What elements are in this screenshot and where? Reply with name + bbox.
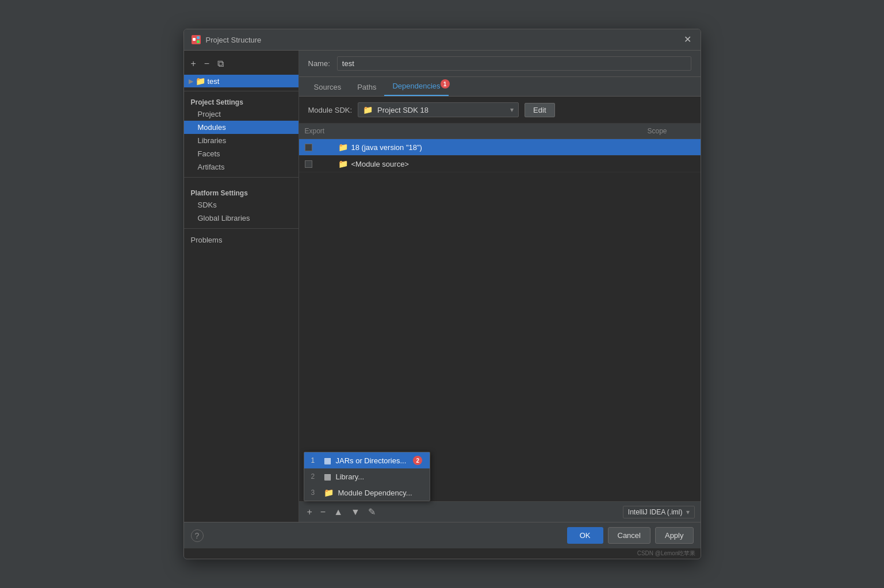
sdk-edit-button[interactable]: Edit bbox=[525, 103, 554, 117]
sidebar: + − ⧉ ▶ 📁 test Project Settings Project … bbox=[184, 51, 299, 522]
row-scope-jdk bbox=[643, 146, 701, 148]
row-name-module-src: 📁 <Module source> bbox=[334, 158, 643, 170]
title-bar: Project Structure ✕ bbox=[184, 29, 701, 51]
row-check-module-src bbox=[299, 159, 334, 169]
tab-paths[interactable]: Paths bbox=[349, 78, 384, 96]
window-title: Project Structure bbox=[206, 36, 262, 44]
main-panel: Name: Sources Paths Dependencies 1 bbox=[299, 51, 701, 522]
move-up-btn[interactable]: ▲ bbox=[331, 506, 345, 518]
table-row[interactable]: 📁 <Module source> bbox=[299, 156, 701, 172]
dep-actions: 1 ▦ JARs or Directories... 2 2 ▦ Library… bbox=[299, 501, 701, 522]
name-label: Name: bbox=[308, 59, 330, 68]
module-chevron-icon: ▶ bbox=[189, 78, 193, 85]
col-export: Export bbox=[299, 126, 334, 136]
divider-3 bbox=[184, 228, 299, 229]
sdk-dropdown-arrow: ▾ bbox=[510, 106, 514, 114]
tab-sources[interactable]: Sources bbox=[306, 78, 350, 96]
col-name bbox=[334, 126, 643, 136]
add-module-btn[interactable]: + bbox=[189, 57, 198, 70]
apply-button[interactable]: Apply bbox=[655, 527, 694, 544]
sidebar-item-global-libraries[interactable]: Global Libraries bbox=[184, 212, 299, 225]
copy-module-btn[interactable]: ⧉ bbox=[215, 57, 226, 70]
add-dep-btn[interactable]: + bbox=[305, 506, 315, 518]
project-structure-dialog: Project Structure ✕ + − ⧉ ▶ 📁 test Proje… bbox=[183, 29, 701, 559]
row-checkbox-module-src[interactable] bbox=[305, 160, 312, 168]
module-name: test bbox=[208, 77, 220, 86]
item-num-1: 1 bbox=[311, 456, 319, 464]
item-num-3: 3 bbox=[311, 489, 319, 497]
sidebar-item-libraries[interactable]: Libraries bbox=[184, 134, 299, 147]
sidebar-item-artifacts[interactable]: Artifacts bbox=[184, 160, 299, 174]
dropdown-item-jars[interactable]: 1 ▦ JARs or Directories... 2 bbox=[304, 452, 430, 468]
help-button[interactable]: ? bbox=[191, 529, 204, 542]
row-check-jdk bbox=[299, 143, 334, 152]
watermark: CSDN @Lemon吃苹果 bbox=[184, 548, 701, 559]
jdk-folder-icon: 📁 bbox=[338, 143, 348, 152]
format-dropdown[interactable]: IntelliJ IDEA (.iml) ▾ bbox=[623, 506, 695, 518]
name-input[interactable] bbox=[337, 56, 691, 71]
project-settings-header: Project Settings bbox=[184, 95, 299, 107]
module-folder-icon: 📁 bbox=[196, 76, 205, 86]
sidebar-item-sdks[interactable]: SDKs bbox=[184, 198, 299, 212]
move-down-btn[interactable]: ▼ bbox=[349, 506, 362, 518]
col-scope: Scope bbox=[643, 126, 701, 136]
module-tree-item-test[interactable]: ▶ 📁 test bbox=[184, 75, 299, 87]
format-dropdown-arrow: ▾ bbox=[686, 508, 690, 516]
row-checkbox-jdk[interactable] bbox=[305, 144, 312, 151]
sidebar-item-facets[interactable]: Facets bbox=[184, 147, 299, 160]
remove-module-btn[interactable]: − bbox=[202, 57, 212, 70]
sdk-folder-icon: 📁 bbox=[363, 105, 373, 114]
svg-rect-1 bbox=[193, 38, 196, 41]
jars-icon: ▦ bbox=[324, 456, 331, 465]
sidebar-item-modules[interactable]: Modules bbox=[184, 121, 299, 134]
cancel-button[interactable]: Cancel bbox=[608, 527, 650, 544]
tabs-row: Sources Paths Dependencies 1 bbox=[299, 77, 701, 97]
jdk-name: 18 (java version "18") bbox=[351, 143, 422, 152]
app-icon bbox=[191, 34, 201, 45]
add-dependency-dropdown: 1 ▦ JARs or Directories... 2 2 ▦ Library… bbox=[304, 452, 430, 501]
dependency-table: Export Scope 📁 18 (java version "18") bbox=[299, 124, 701, 501]
module-src-folder-icon: 📁 bbox=[338, 159, 348, 168]
module-dep-icon: 📁 bbox=[324, 488, 334, 497]
svg-rect-3 bbox=[197, 40, 200, 43]
module-src-name: <Module source> bbox=[351, 160, 409, 168]
tab-dependencies[interactable]: Dependencies 1 bbox=[384, 77, 448, 96]
bottom-buttons: OK Cancel Apply bbox=[567, 527, 694, 544]
name-row: Name: bbox=[299, 51, 701, 77]
item-num-2: 2 bbox=[311, 472, 319, 481]
jars-label: JARs or Directories... bbox=[336, 456, 407, 465]
sidebar-item-project[interactable]: Project bbox=[184, 107, 299, 121]
svg-rect-2 bbox=[197, 36, 200, 39]
close-button[interactable]: ✕ bbox=[682, 34, 694, 45]
content-area: + − ⧉ ▶ 📁 test Project Settings Project … bbox=[184, 51, 701, 522]
library-label: Library... bbox=[336, 472, 365, 481]
divider-1 bbox=[184, 91, 299, 91]
sdk-dropdown-text: Project SDK 18 bbox=[377, 106, 506, 114]
module-sdk-label: Module SDK: bbox=[308, 106, 353, 114]
table-row[interactable]: 📁 18 (java version "18") bbox=[299, 139, 701, 156]
sdk-row: Module SDK: 📁 Project SDK 18 ▾ Edit bbox=[299, 97, 701, 124]
edit-dep-btn[interactable]: ✎ bbox=[366, 505, 378, 518]
sidebar-item-problems[interactable]: Problems bbox=[184, 232, 299, 247]
dropdown-badge: 2 bbox=[413, 456, 422, 465]
bottom-bar: ? OK Cancel Apply bbox=[184, 522, 701, 548]
dependencies-badge: 1 bbox=[441, 79, 450, 89]
ok-button[interactable]: OK bbox=[567, 527, 603, 544]
dropdown-item-module-dep[interactable]: 3 📁 Module Dependency... bbox=[304, 485, 430, 501]
table-header: Export Scope bbox=[299, 124, 701, 139]
module-toolbar: + − ⧉ bbox=[184, 55, 299, 72]
divider-2 bbox=[184, 177, 299, 178]
remove-dep-btn[interactable]: − bbox=[318, 506, 328, 518]
format-dropdown-text: IntelliJ IDEA (.iml) bbox=[628, 508, 683, 516]
title-bar-left: Project Structure bbox=[191, 34, 262, 45]
module-dep-label: Module Dependency... bbox=[338, 489, 412, 497]
platform-settings-header: Platform Settings bbox=[184, 186, 299, 198]
dependencies-panel: Module SDK: 📁 Project SDK 18 ▾ Edit Expo… bbox=[299, 97, 701, 522]
sdk-dropdown[interactable]: 📁 Project SDK 18 ▾ bbox=[358, 102, 519, 117]
row-scope-module-src bbox=[643, 163, 701, 165]
dropdown-item-library[interactable]: 2 ▦ Library... bbox=[304, 468, 430, 485]
library-icon: ▦ bbox=[324, 472, 331, 481]
row-name-jdk: 📁 18 (java version "18") bbox=[334, 141, 643, 153]
